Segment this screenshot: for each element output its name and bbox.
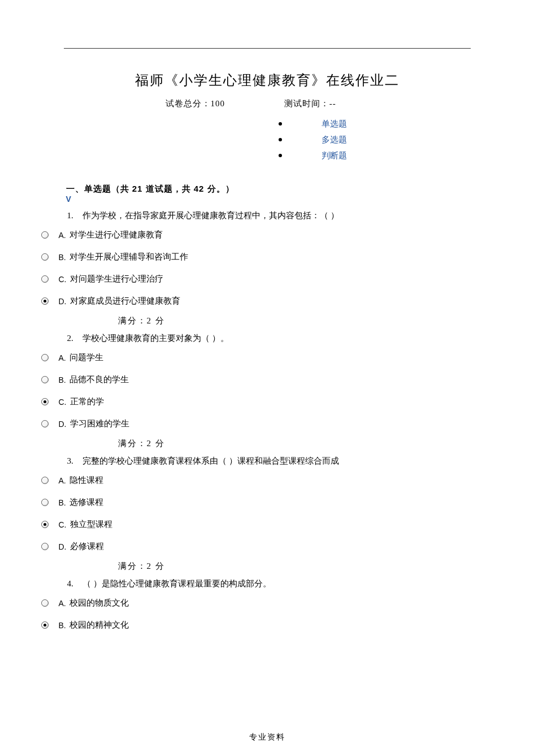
option-row[interactable]: B.选修课程 [41, 491, 471, 513]
option-text: 校园的精神文化 [70, 620, 129, 630]
option-text: 对家庭成员进行心理健康教育 [70, 296, 180, 306]
option-letter: B. [59, 253, 66, 262]
options-list: A.对学生进行心理健康教育B.对学生开展心理辅导和咨询工作C.对问题学生进行心理… [41, 224, 471, 312]
option-row[interactable]: D.对家庭成员进行心理健康教育 [41, 290, 471, 312]
question-block: 1. 作为学校，在指导家庭开展心理健康教育过程中，其内容包括：（ ）A.对学生进… [64, 207, 471, 312]
option-text: 校园的物质文化 [70, 598, 129, 608]
nav-item-judge[interactable]: 判断题 [279, 148, 471, 163]
question-number: 2. [67, 332, 81, 344]
question-block: 2. 学校心理健康教育的主要对象为（ ）。A.问题学生B.品德不良的学生C.正常… [64, 330, 471, 435]
section-header: 一、单选题（共 21 道试题，共 42 分。） [64, 184, 471, 195]
document-title: 福师《小学生心理健康教育》在线作业二 [64, 71, 471, 89]
question-block: 3. 完整的学校心理健康教育课程体系由（ ）课程和融合型课程综合而成A.隐性课程… [64, 452, 471, 558]
radio-icon[interactable] [41, 477, 49, 484]
footer-text: 专业资料 [0, 732, 534, 742]
option-row[interactable]: B.校园的精神文化 [41, 614, 471, 636]
v-mark: V [64, 195, 471, 204]
test-time-value: -- [329, 99, 336, 108]
option-row[interactable]: C.正常的学 [41, 391, 471, 413]
radio-icon[interactable] [41, 543, 49, 550]
option-letter: A. [59, 476, 66, 485]
option-row[interactable]: A.隐性课程 [41, 469, 471, 491]
total-score-value: 100 [211, 99, 225, 108]
nav-label-judge: 判断题 [322, 148, 347, 163]
radio-icon[interactable] [41, 275, 49, 283]
option-text: 对学生开展心理辅导和咨询工作 [70, 252, 188, 262]
question-stem: 学校心理健康教育的主要对象为（ ）。 [81, 334, 229, 343]
option-letter: A. [59, 599, 66, 608]
question-block: 4. （ ）是隐性心理健康教育课程最重要的构成部分。A.校园的物质文化B.校园的… [64, 575, 471, 636]
radio-icon[interactable] [41, 521, 49, 528]
question-text: 4. （ ）是隐性心理健康教育课程最重要的构成部分。 [64, 575, 471, 592]
question-number: 3. [67, 455, 81, 467]
radio-icon[interactable] [41, 253, 49, 261]
radio-dot-icon [44, 400, 46, 403]
test-time-label: 测试时间： [284, 99, 329, 108]
radio-icon[interactable] [41, 599, 49, 607]
radio-dot-icon [44, 300, 46, 303]
top-rule [64, 48, 471, 49]
radio-icon[interactable] [41, 420, 49, 427]
option-row[interactable]: B.品德不良的学生 [41, 369, 471, 391]
nav-label-single: 单选题 [322, 116, 347, 132]
nav-label-multi: 多选题 [322, 132, 347, 148]
option-row[interactable]: A.对学生进行心理健康教育 [41, 224, 471, 246]
radio-icon[interactable] [41, 231, 49, 239]
options-list: A.校园的物质文化B.校园的精神文化 [41, 592, 471, 636]
radio-icon[interactable] [41, 376, 49, 383]
question-text: 1. 作为学校，在指导家庭开展心理健康教育过程中，其内容包括：（ ） [64, 207, 471, 224]
option-letter: B. [59, 375, 66, 385]
meta-line: 试卷总分：100 测试时间：-- [64, 98, 471, 109]
option-letter: D. [59, 542, 67, 551]
option-row[interactable]: C.对问题学生进行心理治疗 [41, 268, 471, 290]
option-text: 学习困难的学生 [70, 418, 129, 429]
radio-icon[interactable] [41, 621, 49, 629]
question-number: 4. [67, 577, 81, 590]
question-stem: 完整的学校心理健康教育课程体系由（ ）课程和融合型课程综合而成 [81, 456, 340, 465]
total-score: 试卷总分：100 [166, 98, 225, 109]
questions-container: 1. 作为学校，在指导家庭开展心理健康教育过程中，其内容包括：（ ）A.对学生进… [64, 207, 471, 636]
nav-item-multi[interactable]: 多选题 [279, 132, 471, 148]
radio-dot-icon [44, 523, 46, 526]
option-letter: C. [59, 398, 67, 407]
radio-icon[interactable] [41, 499, 49, 506]
option-row[interactable]: C.独立型课程 [41, 513, 471, 535]
option-text: 问题学生 [70, 352, 103, 363]
score-line: 满分：2 分 [64, 435, 471, 449]
question-number: 1. [67, 209, 81, 222]
options-list: A.隐性课程B.选修课程C.独立型课程D.必修课程 [41, 469, 471, 558]
option-letter: B. [59, 498, 66, 507]
option-text: 正常的学 [70, 396, 104, 407]
score-line: 满分：2 分 [64, 312, 471, 326]
total-score-label: 试卷总分： [166, 99, 211, 108]
option-letter: C. [59, 275, 67, 284]
question-type-nav: 单选题 多选题 判断题 [279, 116, 471, 163]
option-text: 必修课程 [70, 541, 104, 552]
option-text: 隐性课程 [70, 475, 103, 486]
radio-icon[interactable] [41, 297, 49, 305]
option-letter: C. [59, 520, 67, 529]
option-row[interactable]: A.校园的物质文化 [41, 592, 471, 614]
option-row[interactable]: A.问题学生 [41, 347, 471, 369]
nav-item-single[interactable]: 单选题 [279, 116, 471, 132]
radio-icon[interactable] [41, 354, 49, 361]
option-letter: D. [59, 420, 67, 429]
question-text: 2. 学校心理健康教育的主要对象为（ ）。 [64, 330, 471, 347]
option-row[interactable]: B.对学生开展心理辅导和咨询工作 [41, 246, 471, 268]
bullet-icon [279, 154, 282, 157]
score-line: 满分：2 分 [64, 558, 471, 572]
option-letter: B. [59, 621, 66, 630]
radio-icon[interactable] [41, 398, 49, 405]
bullet-icon [279, 138, 282, 141]
question-stem: （ ）是隐性心理健康教育课程最重要的构成部分。 [81, 579, 272, 588]
option-letter: A. [59, 353, 66, 362]
option-text: 对学生进行心理健康教育 [70, 230, 163, 240]
bullet-icon [279, 122, 282, 126]
options-list: A.问题学生B.品德不良的学生C.正常的学D.学习困难的学生 [41, 347, 471, 435]
radio-dot-icon [44, 624, 46, 627]
option-text: 对问题学生进行心理治疗 [70, 274, 163, 284]
option-text: 品德不良的学生 [70, 374, 129, 385]
option-row[interactable]: D.学习困难的学生 [41, 413, 471, 435]
option-row[interactable]: D.必修课程 [41, 535, 471, 558]
test-time: 测试时间：-- [284, 98, 336, 109]
